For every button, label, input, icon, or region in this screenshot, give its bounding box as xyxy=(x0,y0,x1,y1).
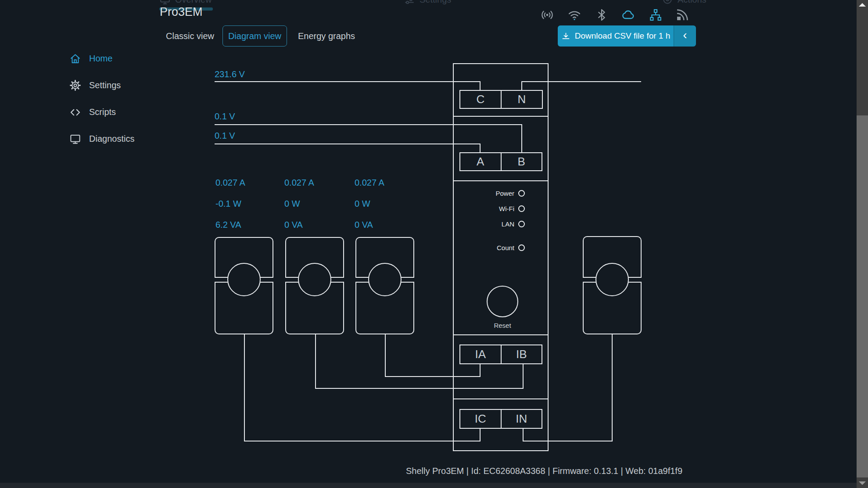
device-section-divider xyxy=(453,398,549,399)
device-section-divider xyxy=(453,180,549,181)
led-label: Power xyxy=(479,190,514,197)
phase3-power: 0 W xyxy=(355,199,370,209)
phase1-current: 0.027 A xyxy=(215,178,245,188)
led-row-count: Count xyxy=(479,244,525,251)
terminal-ic: IC xyxy=(460,410,502,428)
led-label: LAN xyxy=(479,220,514,228)
horizontal-scrollbar[interactable] xyxy=(0,483,857,488)
power-led xyxy=(518,190,525,197)
terminal-row-cn: C N xyxy=(459,90,543,109)
phase1-apparent-power: 6.2 VA xyxy=(215,220,241,230)
lan-led xyxy=(518,221,525,227)
terminal-c: C xyxy=(460,91,502,108)
clamp-aperture xyxy=(368,263,402,296)
phase2-current: 0.027 A xyxy=(284,178,314,188)
led-row-wifi: Wi-Fi xyxy=(479,205,525,212)
wire-segment xyxy=(215,81,481,82)
device-outline xyxy=(453,63,549,451)
wire-segment xyxy=(612,334,613,441)
device-section-divider xyxy=(453,116,549,117)
wire-segment xyxy=(215,144,481,144)
clamp-aperture xyxy=(595,263,629,296)
phase1-power: -0.1 W xyxy=(215,199,241,209)
voltage-phase-b: 0.1 V xyxy=(215,111,235,122)
scroll-up-arrow[interactable] xyxy=(859,3,866,7)
terminal-ia: IA xyxy=(460,345,502,363)
device-section-divider xyxy=(453,334,549,335)
scrollbar-thumb[interactable] xyxy=(857,115,868,477)
phase2-power: 0 W xyxy=(284,199,300,209)
led-label: Count xyxy=(479,244,514,251)
wire-segment xyxy=(385,334,386,377)
count-led xyxy=(518,244,525,251)
terminal-row-ab: A B xyxy=(459,152,542,171)
wire-segment xyxy=(244,334,245,441)
vertical-scrollbar[interactable] xyxy=(857,0,868,488)
led-row-power: Power xyxy=(479,189,525,197)
wire-segment xyxy=(244,441,481,441)
terminal-row-iaib: IA IB xyxy=(459,344,542,364)
voltage-phase-a: 0.1 V xyxy=(215,131,235,141)
voltage-phase-c: 231.6 V xyxy=(215,69,245,79)
led-row-lan: LAN xyxy=(479,220,525,228)
clamp-aperture xyxy=(298,263,331,296)
terminal-row-icin: IC IN xyxy=(459,409,542,429)
terminal-ib: IB xyxy=(502,345,542,363)
wiring-diagram: 231.6 V 0.1 V 0.1 V 0.027 A 0.027 A 0.02… xyxy=(0,0,868,488)
phase3-apparent-power: 0 VA xyxy=(355,220,373,230)
terminal-a: A xyxy=(460,153,502,170)
wifi-led xyxy=(518,205,525,212)
led-label: Wi-Fi xyxy=(479,205,514,212)
reset-label: Reset xyxy=(487,322,518,329)
terminal-in: IN xyxy=(502,410,542,428)
scroll-down-arrow[interactable] xyxy=(859,481,866,485)
device-info: Shelly Pro3EM | Id: EC62608A3368 | Firmw… xyxy=(406,466,682,476)
phase2-apparent-power: 0 VA xyxy=(284,220,303,230)
terminal-n: N xyxy=(502,91,542,108)
terminal-b: B xyxy=(502,153,542,170)
wire-segment xyxy=(315,334,316,389)
phase3-current: 0.027 A xyxy=(355,178,384,188)
clamp-aperture xyxy=(227,263,261,296)
reset-button xyxy=(487,286,518,317)
